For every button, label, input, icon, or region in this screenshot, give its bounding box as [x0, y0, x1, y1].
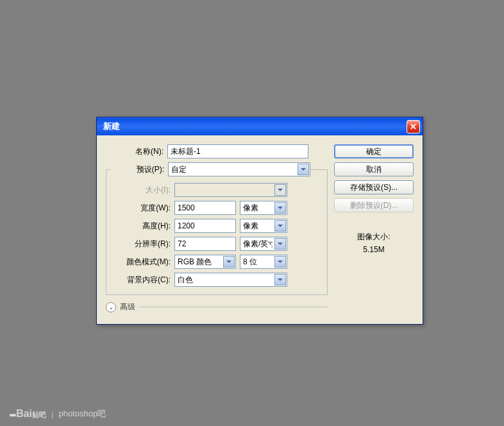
dialog-body: 名称(N): 未标题-1 预设(P): 自定 大小(I): [97, 135, 423, 324]
row-name: 名称(N): 未标题-1 [106, 144, 328, 158]
bitdepth-select[interactable]: 8 位 [240, 255, 287, 269]
row-width: 宽度(W): 1500 像素 [113, 201, 321, 215]
paw-icon: ●●● [9, 411, 15, 418]
chevron-down-icon [298, 164, 309, 175]
imagesize-value: 5.15M [334, 243, 414, 256]
chevron-down-icon [274, 256, 286, 268]
chevron-down-icon [223, 256, 235, 268]
preset-group: 预设(P): 自定 大小(I): 宽度(W): [106, 162, 328, 295]
resolution-unit-select[interactable]: 像素/英寸 [240, 237, 287, 251]
height-input[interactable]: 1200 [174, 219, 236, 233]
resolution-label: 分辨率(R): [113, 239, 171, 250]
dialog-left-panel: 名称(N): 未标题-1 预设(P): 自定 大小(I): [106, 144, 328, 312]
width-unit-select[interactable]: 像素 [240, 201, 287, 215]
width-input[interactable]: 1500 [174, 201, 236, 215]
background-select[interactable]: 白色 [174, 273, 287, 287]
row-resolution: 分辨率(R): 72 像素/英寸 [113, 237, 321, 251]
image-size-info: 图像大小: 5.15M [334, 230, 414, 257]
dialog-right-panel: 确定 取消 存储预设(S)... 删除预设(D)... 图像大小: 5.15M [334, 144, 414, 312]
background-label: 背景内容(C): [113, 275, 171, 285]
close-button[interactable]: ✕ [407, 120, 420, 133]
delete-preset-button: 删除预设(D)... [334, 198, 414, 212]
resolution-input[interactable]: 72 [174, 237, 236, 251]
new-document-dialog: 新建 ✕ 名称(N): 未标题-1 预设(P): 自定 [96, 117, 423, 325]
size-select [174, 183, 287, 197]
chevron-down-icon [274, 202, 286, 214]
imagesize-label: 图像大小: [334, 230, 414, 243]
forum-name: photoshop吧 [58, 408, 106, 420]
cancel-button[interactable]: 取消 [334, 162, 414, 176]
row-height: 高度(H): 1200 像素 [113, 219, 321, 233]
chevron-down-icon [274, 238, 286, 250]
close-icon: ✕ [410, 122, 417, 132]
row-background: 背景内容(C): 白色 [113, 273, 321, 287]
separator: | [51, 409, 53, 419]
preset-select[interactable]: 自定 [168, 162, 310, 176]
dialog-titlebar[interactable]: 新建 ✕ [97, 117, 423, 135]
baidu-tieba-logo: ●●● Bai 贴吧 [9, 408, 46, 420]
name-label: 名称(N): [106, 146, 164, 157]
watermark: ●●● Bai 贴吧 | photoshop吧 [9, 408, 106, 420]
advanced-label: 高级 [120, 302, 135, 312]
height-unit-select[interactable]: 像素 [240, 219, 287, 233]
preset-label: 预设(P): [110, 164, 164, 175]
dialog-title: 新建 [103, 121, 407, 132]
width-label: 宽度(W): [113, 203, 171, 214]
ok-button[interactable]: 确定 [334, 144, 414, 158]
chevron-down-icon [274, 220, 286, 232]
row-colormode: 颜色模式(M): RGB 颜色 8 位 [113, 255, 321, 269]
row-size: 大小(I): [113, 183, 321, 197]
size-label: 大小(I): [113, 185, 171, 196]
name-input[interactable]: 未标题-1 [167, 144, 308, 158]
chevron-down-icon [274, 274, 286, 285]
colormode-select[interactable]: RGB 颜色 [174, 255, 236, 269]
advanced-toggle[interactable]: ⌄ 高级 [106, 302, 328, 312]
chevron-down-icon [274, 184, 286, 196]
colormode-label: 颜色模式(M): [113, 257, 171, 268]
height-label: 高度(H): [113, 221, 171, 232]
expand-down-icon: ⌄ [106, 302, 116, 312]
divider [139, 307, 328, 307]
save-preset-button[interactable]: 存储预设(S)... [334, 180, 414, 194]
